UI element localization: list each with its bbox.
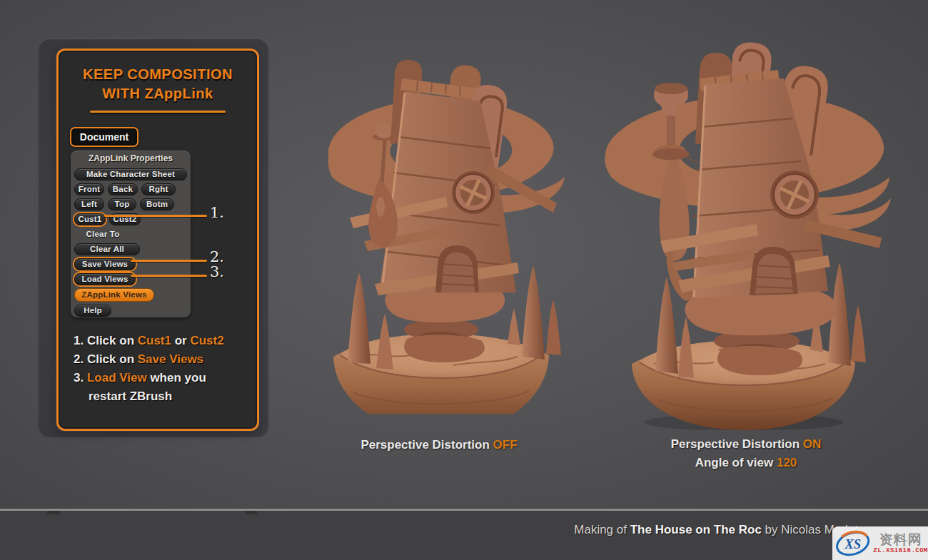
caption-angle-label: Angle of view (695, 456, 777, 469)
watermark: XS 资料网 ZL.XS1616.COM (832, 526, 928, 560)
panel-title: KEEP COMPOSITION WITH ZAppLink (59, 65, 257, 103)
load-views-button[interactable]: Load Views (74, 273, 136, 285)
make-character-sheet-button[interactable]: Make Character Sheet (74, 168, 187, 180)
caption-right-line1: Perspective Distortion ON (628, 435, 864, 454)
clear-to-button[interactable]: Clear To (74, 228, 131, 240)
step1-cust2-ref: Cust2 (190, 334, 223, 347)
left-button[interactable]: Left (74, 198, 104, 210)
instruction-step-3-cont: restart ZBrush (74, 387, 245, 406)
caption-perspective-off: Perspective Distortion OFF (311, 436, 568, 454)
save-views-button[interactable]: Save Views (74, 258, 136, 270)
house-model-perspective-on-illustration (592, 41, 892, 430)
caption-perspective-on: Perspective Distortion ON Angle of view … (628, 435, 864, 472)
credit-prefix: Making of (574, 523, 630, 536)
zapplink-properties-subpanel: ZAppLink Properties Make Character Sheet… (71, 151, 191, 317)
instruction-step-1: 1. Click on Cust1 or Cust2 (74, 332, 245, 350)
caption-right-label: Perspective Distortion (671, 437, 803, 451)
annotation-number-3: 3. (210, 263, 224, 280)
title-divider (90, 111, 226, 113)
instruction-steps: 1. Click on Cust1 or Cust2 2. Click on S… (74, 332, 245, 406)
footer-divider (0, 509, 928, 511)
caption-left-value: OFF (493, 438, 518, 452)
subpanel-header: ZAppLink Properties (74, 152, 187, 166)
botm-button[interactable]: Botm (140, 198, 174, 210)
caption-right-line2: Angle of view 120 (628, 454, 864, 472)
document-button[interactable]: Document (70, 127, 138, 147)
watermark-text: 资料网 ZL.XS1616.COM (873, 533, 928, 554)
step3-number: 3. (74, 371, 87, 385)
step3-load-view-ref: Load View (87, 371, 147, 385)
step2-save-views-ref: Save Views (138, 352, 203, 366)
panel-title-line1: KEEP COMPOSITION (59, 65, 257, 84)
credit-text: Making of The House on The Roc by Nicola… (574, 523, 858, 537)
top-button[interactable]: Top (108, 198, 136, 210)
instruction-step-2: 2. Click on Save Views (74, 350, 245, 369)
zapplink-views-button[interactable]: ZAppLink Views (74, 288, 154, 302)
rght-button[interactable]: Rght (141, 183, 176, 195)
panel-title-line2: WITH ZAppLink (59, 84, 257, 103)
zbrush-tutorial-screenshot: KEEP COMPOSITION WITH ZAppLink Document … (0, 0, 928, 560)
annotation-line-2 (131, 260, 207, 262)
caption-right-value: ON (803, 437, 822, 451)
help-button[interactable]: Help (74, 305, 111, 317)
cust1-button[interactable]: Cust1 (74, 213, 106, 225)
step2-text: 2. Click on (74, 352, 138, 366)
footer-notch (47, 511, 60, 514)
xs-logo-icon: XS (834, 529, 871, 558)
step1-or: or (171, 334, 190, 347)
annotation-number-1: 1. (210, 204, 224, 221)
house-model-perspective-off-illustration (311, 57, 568, 414)
annotation-line-1 (104, 215, 207, 217)
step1-text: 1. Click on (74, 334, 138, 347)
credit-artwork-title: The House on The Roc (630, 523, 762, 536)
step1-cust1-ref: Cust1 (138, 334, 171, 347)
annotation-line-3 (131, 275, 207, 277)
tutorial-panel: KEEP COMPOSITION WITH ZAppLink Document … (56, 49, 259, 431)
step3-text: when you (147, 371, 206, 385)
watermark-site-url: ZL.XS1616.COM (873, 548, 928, 554)
clear-all-button[interactable]: Clear All (74, 243, 140, 255)
front-button[interactable]: Front (74, 183, 104, 195)
instruction-step-3: 3. Load View when you (74, 369, 245, 387)
caption-angle-value: 120 (777, 456, 797, 469)
watermark-site-name: 资料网 (879, 533, 922, 546)
xs-logo-text: XS (844, 536, 861, 551)
footer-notch (246, 511, 257, 514)
caption-left-label: Perspective Distortion (360, 438, 493, 452)
back-button[interactable]: Back (108, 183, 138, 195)
